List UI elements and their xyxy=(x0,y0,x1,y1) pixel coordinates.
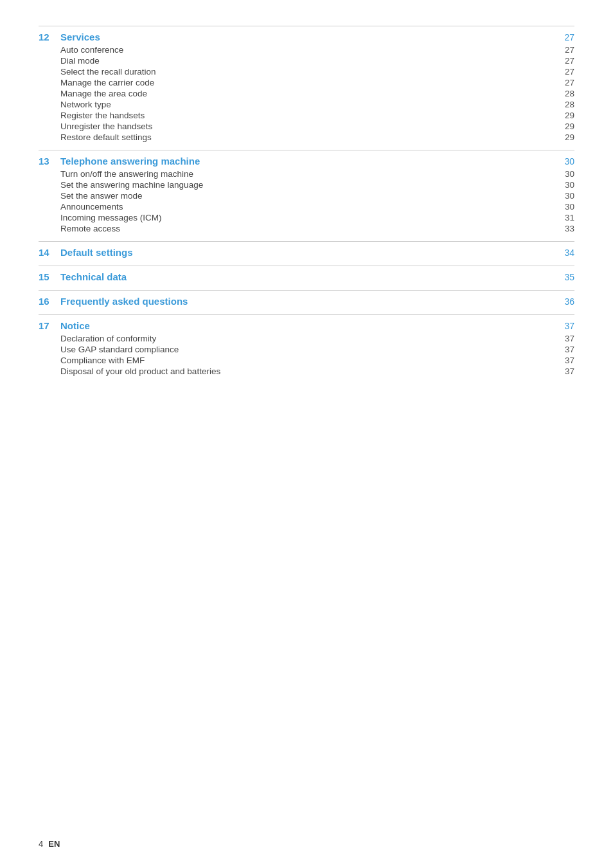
section-number-13: 13 xyxy=(39,156,58,167)
sub-item-page: 27 xyxy=(555,56,574,66)
sub-items-17: Declaration of conformity37Use GAP stand… xyxy=(60,334,574,376)
sub-item-page: 30 xyxy=(555,191,574,201)
sub-item-label: Set the answer mode xyxy=(60,191,555,201)
divider-13 xyxy=(39,150,574,150)
list-item: Use GAP standard compliance37 xyxy=(60,345,574,354)
footer: 4 EN xyxy=(39,839,60,849)
divider-15 xyxy=(39,266,574,266)
sub-item-page: 31 xyxy=(555,213,574,222)
sub-item-page: 27 xyxy=(555,67,574,77)
sub-item-page: 29 xyxy=(555,111,574,120)
list-item: Declaration of conformity37 xyxy=(60,334,574,343)
section-title-15: Technical data xyxy=(60,271,555,282)
section-title-14: Default settings xyxy=(60,247,555,258)
sub-item-label: Manage the carrier code xyxy=(60,78,555,87)
sub-item-page: 37 xyxy=(555,366,574,376)
sub-item-page: 33 xyxy=(555,224,574,233)
page: 12Services27Auto conference27Dial mode27… xyxy=(0,0,613,868)
list-item: Remote access33 xyxy=(60,224,574,233)
sub-item-label: Remote access xyxy=(60,224,555,233)
sub-item-label: Set the answering machine language xyxy=(60,180,555,190)
toc-section-12: 12Services27Auto conference27Dial mode27… xyxy=(39,26,574,142)
list-item: Manage the area code28 xyxy=(60,89,574,98)
sub-item-label: Manage the area code xyxy=(60,89,555,98)
sub-items-12: Auto conference27Dial mode27Select the r… xyxy=(60,45,574,142)
list-item: Select the recall duration27 xyxy=(60,67,574,77)
sub-item-page: 37 xyxy=(555,356,574,365)
toc-container: 12Services27Auto conference27Dial mode27… xyxy=(39,26,574,376)
sub-item-page: 30 xyxy=(555,169,574,179)
sub-item-page: 30 xyxy=(555,202,574,212)
divider-12 xyxy=(39,26,574,26)
section-header-17: 17Notice37 xyxy=(39,320,574,331)
section-page-17: 37 xyxy=(555,321,574,331)
sub-item-label: Restore default settings xyxy=(60,132,555,142)
sub-item-label: Announcements xyxy=(60,202,555,212)
sub-item-page: 30 xyxy=(555,180,574,190)
section-title-17: Notice xyxy=(60,320,555,331)
sub-item-page: 27 xyxy=(555,45,574,55)
list-item: Set the answering machine language30 xyxy=(60,180,574,190)
section-number-15: 15 xyxy=(39,271,58,282)
list-item: Set the answer mode30 xyxy=(60,191,574,201)
sub-item-label: Register the handsets xyxy=(60,111,555,120)
footer-page-number: 4 xyxy=(39,839,43,849)
section-header-14: 14Default settings34 xyxy=(39,247,574,258)
section-header-15: 15Technical data35 xyxy=(39,271,574,282)
sub-item-page: 37 xyxy=(555,345,574,354)
toc-section-13: 13Telephone answering machine30Turn on/o… xyxy=(39,150,574,233)
section-page-16: 36 xyxy=(555,296,574,307)
sub-item-label: Compliance with EMF xyxy=(60,356,555,365)
sub-item-page: 29 xyxy=(555,122,574,131)
toc-section-15: 15Technical data35 xyxy=(39,266,574,282)
toc-section-16: 16Frequently asked questions36 xyxy=(39,290,574,307)
sub-item-label: Declaration of conformity xyxy=(60,334,555,343)
section-number-14: 14 xyxy=(39,247,58,258)
list-item: Manage the carrier code27 xyxy=(60,78,574,87)
list-item: Register the handsets29 xyxy=(60,111,574,120)
list-item: Compliance with EMF37 xyxy=(60,356,574,365)
divider-17 xyxy=(39,314,574,315)
sub-item-page: 28 xyxy=(555,100,574,109)
list-item: Unregister the handsets29 xyxy=(60,122,574,131)
section-header-13: 13Telephone answering machine30 xyxy=(39,156,574,167)
section-header-16: 16Frequently asked questions36 xyxy=(39,296,574,307)
sub-item-page: 27 xyxy=(555,78,574,87)
list-item: Turn on/off the answering machine30 xyxy=(60,169,574,179)
section-page-14: 34 xyxy=(555,248,574,258)
sub-item-label: Dial mode xyxy=(60,56,555,66)
list-item: Network type28 xyxy=(60,100,574,109)
sub-item-label: Use GAP standard compliance xyxy=(60,345,555,354)
sub-item-label: Auto conference xyxy=(60,45,555,55)
sub-item-label: Disposal of your old product and batteri… xyxy=(60,366,555,376)
section-number-12: 12 xyxy=(39,32,58,42)
section-header-12: 12Services27 xyxy=(39,32,574,42)
list-item: Incoming messages (ICM)31 xyxy=(60,213,574,222)
list-item: Announcements30 xyxy=(60,202,574,212)
section-title-13: Telephone answering machine xyxy=(60,156,555,167)
sub-item-label: Network type xyxy=(60,100,555,109)
sub-item-label: Turn on/off the answering machine xyxy=(60,169,555,179)
sub-item-page: 28 xyxy=(555,89,574,98)
divider-16 xyxy=(39,290,574,291)
list-item: Auto conference27 xyxy=(60,45,574,55)
footer-language: EN xyxy=(48,839,60,849)
sub-item-page: 37 xyxy=(555,334,574,343)
section-number-16: 16 xyxy=(39,296,58,307)
divider-14 xyxy=(39,241,574,242)
section-page-13: 30 xyxy=(555,156,574,167)
list-item: Disposal of your old product and batteri… xyxy=(60,366,574,376)
section-page-15: 35 xyxy=(555,272,574,282)
section-title-12: Services xyxy=(60,32,555,42)
sub-item-page: 29 xyxy=(555,132,574,142)
sub-item-label: Select the recall duration xyxy=(60,67,555,77)
toc-section-14: 14Default settings34 xyxy=(39,241,574,258)
sub-item-label: Unregister the handsets xyxy=(60,122,555,131)
sub-item-label: Incoming messages (ICM) xyxy=(60,213,555,222)
toc-section-17: 17Notice37Declaration of conformity37Use… xyxy=(39,314,574,376)
section-page-12: 27 xyxy=(555,32,574,42)
sub-items-13: Turn on/off the answering machine30Set t… xyxy=(60,169,574,233)
list-item: Dial mode27 xyxy=(60,56,574,66)
section-number-17: 17 xyxy=(39,320,58,331)
section-title-16: Frequently asked questions xyxy=(60,296,555,307)
